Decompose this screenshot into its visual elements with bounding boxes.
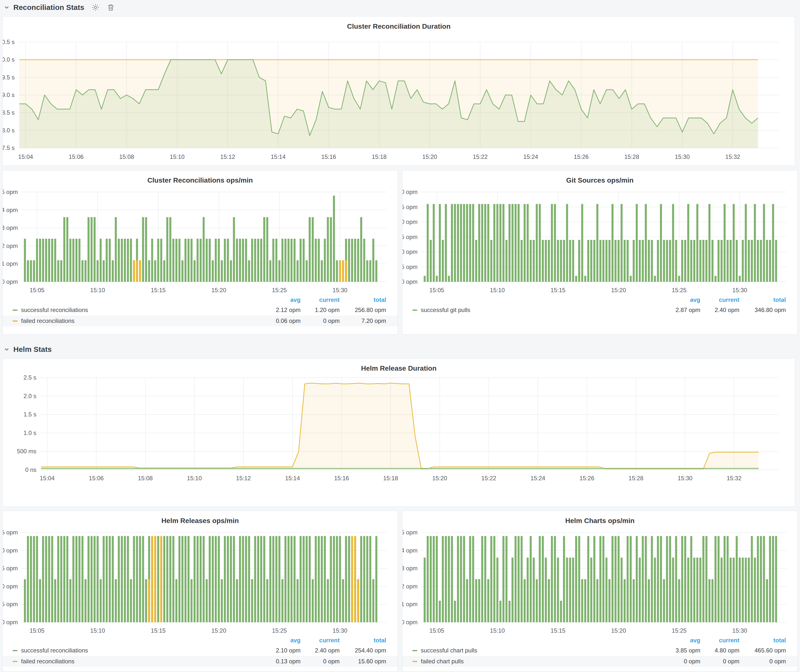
legend-value-avg: 0.13 opm: [264, 658, 301, 665]
legend-sort-current[interactable]: current: [700, 296, 739, 303]
svg-text:2.5 s: 2.5 s: [24, 374, 36, 381]
svg-text:15:05: 15:05: [429, 287, 444, 293]
series-color-marker-icon: [412, 650, 417, 651]
legend-sort-total[interactable]: total: [739, 637, 786, 644]
svg-text:2.0 s: 2.0 s: [24, 393, 36, 399]
svg-text:15:30: 15:30: [732, 627, 747, 634]
legend-value-avg: 0.06 opm: [264, 317, 301, 324]
svg-text:2.0 opm: 2.0 opm: [402, 248, 418, 255]
trash-icon[interactable]: [107, 3, 115, 12]
cluster-duration-svg: 7.5 s8.0 s8.5 s9.0 s9.5 s10.0 s10.5 s15:…: [3, 17, 795, 166]
svg-text:15:05: 15:05: [429, 627, 444, 634]
svg-text:1.5 s: 1.5 s: [24, 411, 36, 418]
svg-text:15:16: 15:16: [334, 475, 349, 482]
legend-sort-avg[interactable]: avg: [663, 637, 700, 644]
legend-value-current: 0 opm: [301, 658, 340, 665]
helm-release-duration-svg: 0 ns500 ms1.0 s1.5 s2.0 s2.5 s15:0415:06…: [3, 358, 795, 506]
legend-value-total: 0 opm: [739, 658, 786, 665]
legend-value-current: 1.20 opm: [301, 307, 340, 314]
series-color-marker-icon: [412, 661, 417, 662]
svg-text:2 opm: 2 opm: [402, 583, 418, 590]
legend-sort-current[interactable]: current: [301, 637, 340, 644]
section-title[interactable]: Reconciliation Stats: [13, 3, 84, 12]
svg-text:15:30: 15:30: [333, 287, 347, 293]
svg-text:3.5 opm: 3.5 opm: [402, 204, 418, 210]
svg-text:10.0 s: 10.0 s: [3, 56, 14, 63]
svg-text:15:20: 15:20: [611, 287, 626, 293]
gear-icon[interactable]: [91, 3, 100, 12]
svg-text:15:30: 15:30: [678, 475, 693, 482]
legend-sort-total[interactable]: total: [739, 296, 786, 303]
legend-header: avgcurrenttotal: [3, 636, 398, 645]
legend-sort-total[interactable]: total: [340, 637, 386, 644]
svg-text:0 opm: 0 opm: [3, 619, 18, 626]
series-color-marker-icon: [13, 661, 18, 662]
svg-text:0 opm: 0 opm: [402, 619, 418, 626]
legend-value-total: 254.40 opm: [340, 647, 386, 654]
legend-row: successful chart pulls3.85 opm4.80 opm46…: [402, 645, 797, 656]
svg-text:15:10: 15:10: [490, 287, 505, 293]
section-title[interactable]: Helm Stats: [13, 345, 52, 354]
svg-text:9.0 s: 9.0 s: [3, 91, 14, 98]
legend-header: avgcurrenttotal: [3, 295, 398, 305]
svg-text:8.5 s: 8.5 s: [3, 109, 14, 116]
svg-text:15:28: 15:28: [624, 154, 639, 160]
svg-text:500 ms: 500 ms: [17, 448, 36, 454]
legend-series-name[interactable]: failed reconciliations: [13, 658, 264, 665]
helm-release-duration-chart[interactable]: 0 ns500 ms1.0 s1.5 s2.0 s2.5 s15:0415:06…: [3, 358, 795, 506]
svg-text:15:12: 15:12: [220, 154, 235, 160]
legend-sort-avg[interactable]: avg: [264, 637, 301, 644]
svg-text:4.0 opm: 4.0 opm: [402, 189, 418, 195]
legend-row: failed reconciliations0.06 opm0 opm7.20 …: [3, 315, 398, 326]
svg-text:15:04: 15:04: [18, 154, 33, 160]
svg-text:15:22: 15:22: [473, 154, 488, 160]
svg-text:7.5 s: 7.5 s: [3, 144, 14, 151]
panel-cluster-reconciliations: Cluster Reconciliations ops/min 0 opm1 o…: [2, 170, 398, 334]
legend-sort-current[interactable]: current: [700, 637, 739, 644]
legend-row: successful reconciliations2.12 opm1.20 o…: [3, 305, 398, 315]
legend-value-total: 346.80 opm: [739, 307, 786, 314]
svg-text:0.5 opm: 0.5 opm: [3, 601, 18, 607]
legend-sort-total[interactable]: total: [340, 296, 386, 303]
svg-text:2.5 opm: 2.5 opm: [3, 529, 18, 536]
legend-series-name[interactable]: failed chart pulls: [412, 658, 663, 665]
svg-text:15:15: 15:15: [550, 287, 565, 293]
svg-text:15:30: 15:30: [732, 287, 747, 293]
legend: avgcurrenttotalsuccessful reconciliation…: [3, 636, 398, 667]
svg-text:15:10: 15:10: [490, 627, 505, 634]
svg-text:15:18: 15:18: [372, 154, 387, 160]
svg-text:15:25: 15:25: [672, 287, 686, 293]
legend-value-avg: 3.85 opm: [663, 647, 700, 654]
svg-text:15:22: 15:22: [482, 475, 496, 482]
chevron-down-icon[interactable]: [3, 4, 10, 11]
svg-text:15:15: 15:15: [151, 287, 166, 293]
svg-text:2.5 opm: 2.5 opm: [402, 234, 418, 240]
svg-text:3 opm: 3 opm: [402, 565, 418, 571]
series-color-marker-icon: [13, 310, 18, 311]
legend-sort-current[interactable]: current: [301, 296, 340, 303]
cluster-reconciliation-duration-chart[interactable]: 7.5 s8.0 s8.5 s9.0 s9.5 s10.0 s10.5 s15:…: [3, 17, 795, 166]
chevron-down-icon[interactable]: [3, 346, 10, 353]
legend-value-current: 2.40 opm: [700, 307, 739, 314]
legend-sort-avg[interactable]: avg: [264, 296, 301, 303]
legend-series-name[interactable]: successful reconciliations: [13, 647, 264, 654]
legend-value-current: 0 opm: [301, 317, 340, 324]
svg-text:15:10: 15:10: [90, 287, 105, 293]
legend-series-name[interactable]: failed reconciliations: [13, 317, 264, 324]
legend-series-name[interactable]: successful reconciliations: [13, 307, 264, 314]
svg-text:15:20: 15:20: [611, 627, 626, 634]
svg-text:15:20: 15:20: [211, 287, 226, 293]
panel-helm-charts: Helm Charts ops/min 0 opm1 opm2 opm3 opm…: [402, 511, 798, 672]
legend-row: successful reconciliations2.10 opm2.40 o…: [3, 645, 398, 656]
legend: avgcurrenttotalsuccessful reconciliation…: [3, 295, 398, 326]
svg-text:15:12: 15:12: [236, 475, 251, 482]
svg-text:15:24: 15:24: [523, 154, 538, 160]
svg-text:15:30: 15:30: [675, 154, 690, 160]
svg-text:1.5 opm: 1.5 opm: [3, 565, 18, 571]
legend-series-name[interactable]: successful git pulls: [412, 307, 663, 314]
series-color-marker-icon: [13, 320, 18, 322]
legend: avgcurrenttotalsuccessful chart pulls3.8…: [402, 636, 797, 667]
legend-row: failed chart pulls0 opm0 opm0 opm: [402, 656, 797, 667]
legend-sort-avg[interactable]: avg: [663, 296, 700, 303]
legend-series-name[interactable]: successful chart pulls: [412, 647, 663, 654]
